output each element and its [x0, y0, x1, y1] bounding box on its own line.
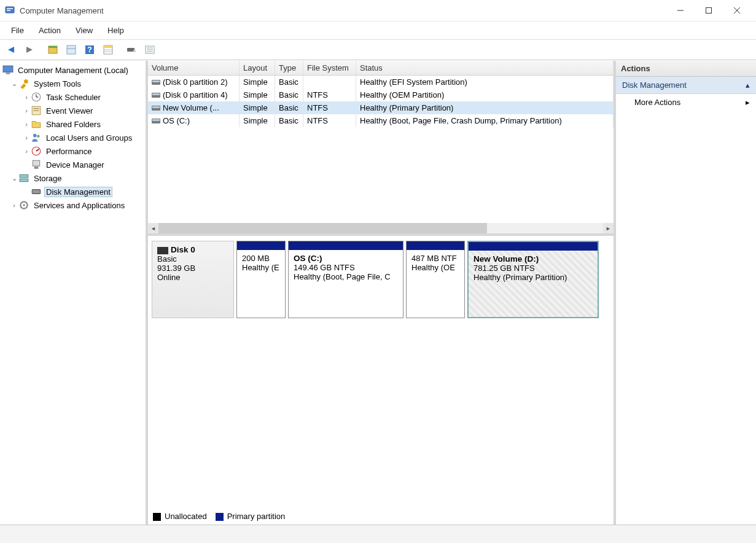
tree-local-users[interactable]: ›Local Users and Groups — [0, 131, 146, 144]
disk-row[interactable]: Disk 0 Basic 931.39 GB Online 200 MBHeal… — [152, 241, 610, 318]
actions-more[interactable]: More Actions ▸ — [616, 94, 756, 111]
minimize-button[interactable] — [666, 1, 695, 20]
tree-label: Local Users and Groups — [44, 133, 134, 143]
users-icon — [31, 133, 42, 143]
horizontal-scrollbar[interactable]: ◄ ► — [148, 223, 614, 233]
volume-row[interactable]: OS (C:)SimpleBasicNTFSHealthy (Boot, Pag… — [148, 114, 614, 127]
volume-row[interactable]: (Disk 0 partition 2)SimpleBasicHealthy (… — [148, 76, 614, 88]
tree-shared-folders[interactable]: ›Shared Folders — [0, 117, 146, 131]
legend-primary: Primary partition — [216, 512, 286, 521]
partition-bar — [237, 241, 285, 250]
properties-button[interactable] — [63, 41, 80, 58]
volume-row[interactable]: New Volume (...SimpleBasicNTFSHealthy (P… — [148, 101, 614, 114]
help-button[interactable]: ? — [81, 41, 98, 58]
partition[interactable]: 487 MB NTFHealthy (OE — [406, 241, 465, 318]
folder-icon — [31, 119, 42, 129]
expand-icon[interactable]: › — [22, 107, 31, 114]
detail-view-button[interactable] — [99, 41, 117, 58]
svg-rect-23 — [3, 66, 13, 72]
maximize-button[interactable] — [695, 1, 723, 20]
scroll-left-icon[interactable]: ◄ — [148, 223, 158, 233]
expand-icon[interactable]: › — [22, 93, 31, 101]
tree-performance[interactable]: ›Performance — [0, 144, 146, 158]
expand-icon[interactable]: › — [22, 120, 31, 128]
tree-services-apps[interactable]: ›Services and Applications — [0, 198, 146, 212]
menu-file[interactable]: File — [4, 23, 31, 37]
volume-type: Basic — [275, 76, 303, 88]
col-header-fs[interactable]: File System — [303, 61, 356, 75]
statusbar — [0, 525, 756, 543]
svg-rect-14 — [104, 45, 112, 48]
disk-icon — [31, 187, 42, 197]
disk-label: Disk 0 — [171, 245, 195, 254]
tree-root[interactable]: Computer Management (Local) — [0, 63, 146, 77]
actions-category[interactable]: Disk Management ▴ — [616, 77, 756, 94]
volume-status: Healthy (Boot, Page File, Crash Dump, Pr… — [356, 114, 614, 127]
disk-graphical-view: Disk 0 Basic 931.39 GB Online 200 MBHeal… — [148, 236, 614, 525]
partition[interactable]: New Volume (D:)781.25 GB NTFSHealthy (Pr… — [467, 241, 599, 318]
chevron-right-icon: ▸ — [746, 98, 750, 107]
partition-status: Healthy (OE — [411, 263, 459, 272]
console-tree[interactable]: Computer Management (Local) ⌄System Tool… — [0, 61, 148, 525]
tree-device-manager[interactable]: Device Manager — [0, 158, 146, 171]
back-button[interactable] — [2, 41, 20, 58]
partition[interactable]: 200 MBHealthy (E — [236, 241, 286, 318]
svg-point-33 — [37, 135, 40, 138]
volume-name: (Disk 0 partition 4) — [163, 90, 227, 100]
device-icon — [31, 160, 42, 170]
tree-storage[interactable]: ⌄Storage — [0, 171, 146, 185]
list-view-button[interactable] — [141, 41, 158, 58]
separator-icon — [39, 41, 43, 58]
collapse-icon[interactable]: ⌄ — [10, 174, 18, 182]
tree-label: Event Viewer — [44, 106, 95, 116]
tools-icon — [18, 79, 29, 88]
tree-event-viewer[interactable]: ›Event Viewer — [0, 104, 146, 117]
partition-size: 487 MB NTF — [411, 254, 459, 263]
scroll-thumb[interactable] — [158, 223, 487, 233]
computer-icon — [2, 65, 14, 75]
partition-bar — [469, 242, 598, 251]
col-header-type[interactable]: Type — [275, 61, 303, 75]
tree-label: Task Scheduler — [44, 92, 103, 103]
scroll-track[interactable] — [158, 223, 603, 233]
volume-name: OS (C:) — [163, 116, 190, 125]
disk-size: 931.39 GB — [157, 264, 228, 273]
svg-rect-9 — [67, 45, 76, 54]
partition[interactable]: OS (C:)149.46 GB NTFSHealthy (Boot, Page… — [288, 241, 403, 318]
volume-fs: NTFS — [303, 88, 356, 101]
menu-help[interactable]: Help — [100, 23, 131, 37]
expand-icon[interactable]: › — [10, 201, 18, 209]
disk-settings-button[interactable] — [123, 41, 140, 58]
volume-icon — [152, 117, 160, 125]
volume-row[interactable]: (Disk 0 partition 4)SimpleBasicNTFSHealt… — [148, 88, 614, 101]
col-header-volume[interactable]: Volume — [148, 61, 240, 75]
window-title: Computer Management — [20, 6, 666, 15]
svg-point-18 — [133, 50, 136, 52]
partition-status: Healthy (Primary Partition) — [473, 273, 593, 282]
show-hide-tree-button[interactable] — [44, 41, 61, 58]
disk-info[interactable]: Disk 0 Basic 931.39 GB Online — [152, 241, 234, 318]
partition-size: 149.46 GB NTFS — [294, 263, 398, 272]
volume-status: Healthy (EFI System Partition) — [356, 76, 614, 88]
volume-fs — [303, 76, 356, 88]
tree-disk-management[interactable]: Disk Management — [0, 185, 146, 198]
col-header-layout[interactable]: Layout — [240, 61, 275, 75]
event-icon — [31, 106, 42, 115]
col-header-status[interactable]: Status — [356, 61, 614, 75]
svg-point-41 — [38, 191, 39, 192]
scroll-right-icon[interactable]: ► — [603, 223, 614, 233]
collapse-icon[interactable]: ⌄ — [10, 80, 18, 88]
toolbar: ? — [0, 40, 756, 60]
forward-button[interactable] — [21, 41, 38, 58]
volume-list-header[interactable]: Volume Layout Type File System Status — [148, 61, 614, 76]
expand-icon[interactable]: › — [22, 147, 31, 155]
tree-label: Services and Applications — [32, 200, 127, 211]
expand-icon[interactable]: › — [22, 134, 31, 141]
menu-view[interactable]: View — [68, 23, 100, 37]
close-button[interactable] — [723, 1, 751, 20]
volume-type: Basic — [275, 88, 303, 101]
tree-task-scheduler[interactable]: ›Task Scheduler — [0, 90, 146, 104]
menu-action[interactable]: Action — [31, 23, 68, 37]
tree-system-tools[interactable]: ⌄System Tools — [0, 77, 146, 90]
svg-point-32 — [33, 134, 37, 138]
